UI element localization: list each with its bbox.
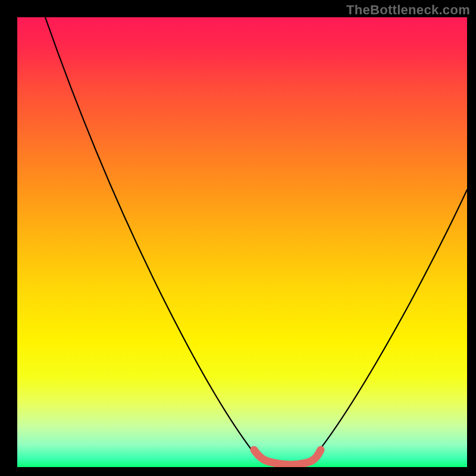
plot-area — [17, 17, 467, 467]
left-curve — [45, 17, 255, 455]
curve-layer — [17, 17, 467, 467]
chart-stage: TheBottleneck.com — [0, 0, 476, 476]
optimal-band-bump — [254, 450, 321, 465]
watermark-text: TheBottleneck.com — [346, 2, 470, 18]
right-curve — [316, 190, 467, 455]
